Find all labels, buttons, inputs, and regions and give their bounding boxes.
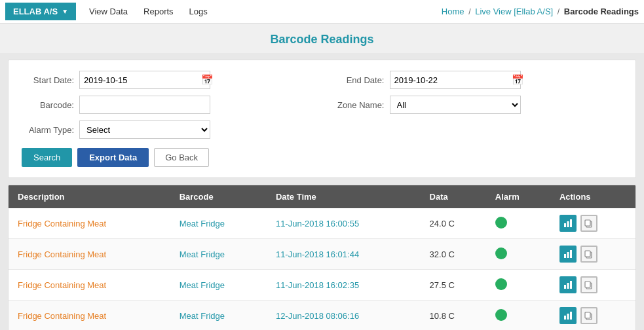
alarm-type-row: Alarm Type: Select [22, 120, 313, 139]
cell-datetime-2: 11-Jun-2018 16:02:35 [267, 270, 421, 301]
readings-table: Description Barcode Date Time Data Alarm… [9, 185, 635, 330]
svg-rect-4 [585, 220, 590, 226]
search-button[interactable]: Search [22, 148, 72, 167]
nav-links: View Data Reports Logs [89, 7, 208, 16]
cell-data-1: 32.0 C [421, 239, 486, 270]
cell-datetime-3: 12-Jun-2018 08:06:16 [267, 301, 421, 331]
export-data-button[interactable]: Export Data [77, 148, 149, 167]
alarm-type-label: Alarm Type: [22, 125, 74, 135]
filter-panel: Start Date: 📅 End Date: 📅 Barcode: Zone … [8, 60, 636, 178]
copy-action-icon-2[interactable] [580, 276, 597, 293]
cell-barcode-3[interactable]: Meat Fridge [170, 301, 267, 331]
barcode-input[interactable] [79, 96, 210, 114]
data-table-wrap: Description Barcode Date Time Data Alarm… [8, 185, 636, 330]
datetime-link-3[interactable]: 12-Jun-2018 08:06:16 [276, 311, 359, 321]
svg-rect-15 [564, 316, 566, 320]
brand-label: ELLAB A/S [13, 7, 58, 16]
cell-actions-3 [550, 301, 635, 331]
alarm-indicator-2 [495, 278, 507, 290]
zone-name-select[interactable]: All [390, 96, 521, 114]
table-row: Fridge Containing Meat Meat Fridge 12-Ju… [9, 301, 635, 331]
cell-barcode-1[interactable]: Meat Fridge [170, 239, 267, 270]
cell-data-2: 27.5 C [421, 270, 486, 301]
top-navigation: ELLAB A/S ▼ View Data Reports Logs Home … [0, 0, 644, 24]
svg-rect-9 [585, 251, 590, 257]
reports-link[interactable]: Reports [143, 7, 174, 16]
filter-actions: Search Export Data Go Back [22, 148, 622, 167]
copy-action-icon-0[interactable] [580, 215, 597, 232]
chart-action-icon-3[interactable] [559, 307, 577, 324]
cell-barcode-0[interactable]: Meat Fridge [170, 208, 267, 239]
col-alarm: Alarm [486, 185, 550, 208]
barcode-link-0[interactable]: Meat Fridge [180, 219, 225, 229]
col-barcode: Barcode [170, 185, 267, 208]
svg-rect-17 [570, 312, 572, 320]
description-link-0[interactable]: Fridge Containing Meat [18, 219, 106, 229]
end-date-row: End Date: 📅 [332, 71, 623, 89]
cell-alarm-0 [486, 208, 550, 239]
cell-barcode-2[interactable]: Meat Fridge [170, 270, 267, 301]
cell-data-0: 24.0 C [421, 208, 486, 239]
go-back-button[interactable]: Go Back [154, 148, 209, 167]
breadcrumb-live-view[interactable]: Live View [Ellab A/S] [475, 7, 553, 16]
cell-description-2[interactable]: Fridge Containing Meat [9, 270, 170, 301]
table-row: Fridge Containing Meat Meat Fridge 11-Ju… [9, 239, 635, 270]
page-title-area: Barcode Readings [0, 24, 644, 53]
end-date-calendar-icon[interactable]: 📅 [508, 74, 527, 86]
alarm-type-select[interactable]: Select [79, 120, 210, 139]
col-description: Description [9, 185, 170, 208]
svg-rect-1 [567, 221, 569, 227]
barcode-row: Barcode: [22, 96, 313, 114]
datetime-link-0[interactable]: 11-Jun-2018 16:00:55 [276, 219, 359, 229]
table-header-row: Description Barcode Date Time Data Alarm… [9, 185, 635, 208]
description-link-1[interactable]: Fridge Containing Meat [18, 249, 106, 259]
view-data-link[interactable]: View Data [89, 7, 128, 16]
cell-description-1[interactable]: Fridge Containing Meat [9, 239, 170, 270]
start-date-row: Start Date: 📅 [22, 71, 313, 89]
barcode-link-2[interactable]: Meat Fridge [180, 280, 225, 290]
svg-rect-12 [570, 281, 572, 289]
datetime-link-2[interactable]: 11-Jun-2018 16:02:35 [276, 280, 359, 290]
copy-action-icon-1[interactable] [580, 246, 597, 263]
datetime-link-1[interactable]: 11-Jun-2018 16:01:44 [276, 249, 359, 259]
svg-rect-10 [564, 285, 566, 289]
barcode-label: Barcode: [22, 100, 74, 110]
logs-link[interactable]: Logs [189, 7, 208, 16]
cell-description-0[interactable]: Fridge Containing Meat [9, 208, 170, 239]
cell-datetime-0: 11-Jun-2018 16:00:55 [267, 208, 421, 239]
start-date-input[interactable] [80, 71, 198, 88]
cell-actions-1 [550, 239, 635, 270]
start-date-label: Start Date: [22, 75, 74, 85]
start-date-calendar-icon[interactable]: 📅 [198, 74, 217, 86]
svg-rect-11 [567, 283, 569, 289]
barcode-link-1[interactable]: Meat Fridge [180, 249, 225, 259]
action-icons-0 [559, 215, 626, 232]
cell-alarm-3 [486, 301, 550, 331]
chart-action-icon-0[interactable] [559, 215, 577, 232]
chart-action-icon-1[interactable] [559, 246, 577, 263]
cell-description-3[interactable]: Fridge Containing Meat [9, 301, 170, 331]
chart-action-icon-2[interactable] [559, 276, 577, 293]
description-link-2[interactable]: Fridge Containing Meat [18, 280, 106, 290]
svg-rect-19 [585, 312, 590, 318]
zone-name-label: Zone Name: [332, 100, 385, 110]
alarm-indicator-1 [495, 248, 507, 259]
cell-data-3: 10.8 C [421, 301, 486, 331]
table-row: Fridge Containing Meat Meat Fridge 11-Ju… [9, 270, 635, 301]
end-date-input[interactable] [390, 71, 508, 88]
svg-rect-16 [567, 314, 569, 320]
brand-dropdown-button[interactable]: ELLAB A/S ▼ [5, 3, 76, 20]
action-icons-3 [559, 307, 626, 324]
barcode-link-3[interactable]: Meat Fridge [180, 311, 225, 321]
cell-alarm-2 [486, 270, 550, 301]
cell-datetime-1: 11-Jun-2018 16:01:44 [267, 239, 421, 270]
svg-rect-5 [564, 254, 566, 258]
action-icons-2 [559, 276, 626, 293]
copy-action-icon-3[interactable] [580, 307, 597, 324]
page-title: Barcode Readings [0, 33, 644, 46]
description-link-3[interactable]: Fridge Containing Meat [18, 311, 106, 321]
alarm-indicator-0 [495, 217, 507, 229]
alarm-indicator-3 [495, 309, 507, 321]
breadcrumb-home[interactable]: Home [442, 7, 464, 16]
breadcrumb-current: Barcode Readings [564, 7, 639, 16]
